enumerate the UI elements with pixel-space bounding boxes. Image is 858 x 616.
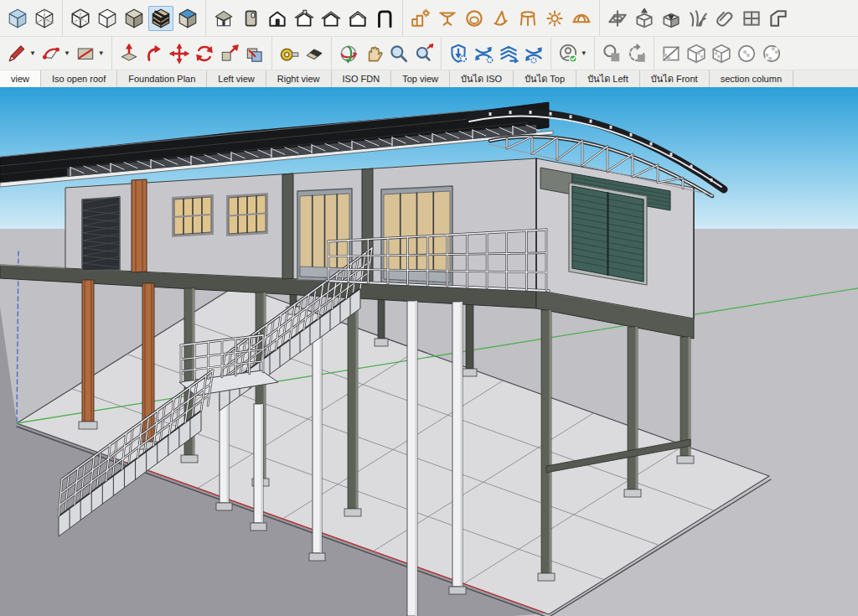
camera-group — [331, 37, 441, 70]
rotate-tool-icon[interactable] — [193, 42, 216, 65]
views-group — [205, 0, 402, 36]
scene-tab-iso-fdn[interactable]: ISO FDN — [332, 70, 392, 87]
clip-tool-icon[interactable] — [712, 6, 737, 31]
style-hidden-line-icon[interactable] — [95, 6, 120, 31]
style-shaded-icon[interactable] — [121, 6, 147, 31]
scene-tab-top-view[interactable]: Top view — [391, 70, 450, 87]
arc-tool-icon[interactable] — [39, 42, 63, 65]
toolbar-top — [0, 0, 858, 37]
style-group-b — [62, 0, 205, 36]
line-tool-icon[interactable] — [5, 42, 28, 65]
style-textured-icon[interactable] — [148, 6, 173, 31]
account-group: ▼ — [550, 37, 594, 70]
scene-tab-บันได-front[interactable]: บันได Front — [640, 70, 710, 87]
scene-tab-บันได-iso[interactable]: บันได ISO — [450, 70, 514, 87]
circle-checker-icon[interactable] — [760, 42, 783, 65]
orbit-icon[interactable] — [337, 42, 360, 65]
sketchup-window: ▼▼▼▼ viewIso open roofFoundation PlanLef… — [0, 0, 858, 616]
cube-checker-alt-icon[interactable] — [710, 42, 733, 65]
paste-rotate-icon[interactable] — [625, 42, 649, 65]
light-cone-icon[interactable] — [488, 6, 514, 31]
view-left-icon[interactable] — [318, 6, 344, 31]
push-pull-icon[interactable] — [117, 42, 141, 65]
view-iso-icon[interactable] — [211, 6, 236, 31]
draw-group: ▼▼▼ — [0, 37, 111, 70]
box-down-icon[interactable] — [659, 6, 684, 31]
shield-export-icon[interactable] — [447, 42, 470, 65]
zoom-extents-icon[interactable] — [412, 42, 436, 65]
scene-tab-บันได-top[interactable]: บันได Top — [514, 70, 576, 87]
shadow-sphere-icon[interactable] — [600, 42, 623, 65]
light-sun-icon[interactable] — [542, 6, 567, 31]
rectangle-tool-icon[interactable] — [74, 42, 97, 65]
swap-settings-icon[interactable] — [522, 42, 545, 65]
style-wireframe-icon[interactable] — [68, 6, 93, 31]
rectangle-tool-dropdown-caret[interactable]: ▼ — [98, 49, 105, 57]
extension-group — [599, 0, 796, 36]
scale-tool-icon[interactable] — [218, 42, 241, 65]
podium-icon[interactable] — [408, 6, 433, 31]
light-ring-icon[interactable] — [462, 6, 487, 31]
layers-export-icon[interactable] — [497, 42, 520, 65]
account-icon[interactable] — [556, 42, 580, 65]
line-tool-dropdown-caret[interactable]: ▼ — [29, 49, 36, 57]
view-top-icon[interactable] — [238, 6, 263, 31]
toolbar-tools: ▼▼▼▼ — [0, 37, 858, 70]
mesh-door — [82, 196, 120, 275]
scene-tab-บันได-left[interactable]: บันได Left — [576, 70, 640, 87]
scene-tab-iso-open-roof[interactable]: Iso open roof — [41, 70, 117, 87]
follow-me-icon[interactable] — [142, 42, 166, 65]
light-dome-icon[interactable] — [569, 6, 594, 31]
sphere-checker-icon[interactable] — [735, 42, 758, 65]
tape-measure-icon[interactable] — [277, 42, 301, 65]
move-tool-icon[interactable] — [168, 42, 191, 65]
eraser-icon[interactable] — [302, 42, 326, 65]
modify-group — [111, 37, 271, 70]
box-up-icon[interactable] — [632, 6, 657, 31]
scene-tab-bar: viewIso open roofFoundation PlanLeft vie… — [0, 70, 858, 87]
swap-gear-icon[interactable] — [472, 42, 495, 65]
offset-tool-icon[interactable] — [243, 42, 266, 65]
scene-tab-left-view[interactable]: Left view — [207, 70, 266, 87]
view-plan-icon[interactable] — [372, 6, 397, 31]
shadow-group — [594, 37, 654, 70]
measure-group — [271, 37, 331, 70]
corner-tool-icon[interactable] — [766, 6, 791, 31]
facestyle-plugin-group — [654, 37, 788, 70]
grass-tool-icon[interactable] — [685, 6, 711, 31]
pan-icon[interactable] — [362, 42, 385, 65]
light-table-icon[interactable] — [435, 6, 460, 31]
style-monochrome-icon[interactable] — [175, 6, 200, 31]
cube-checker-icon[interactable] — [685, 42, 708, 65]
viewport-3d-scene[interactable] — [0, 87, 858, 616]
scene-tab-foundation-plan[interactable]: Foundation Plan — [117, 70, 207, 87]
mirror-tool-icon[interactable] — [605, 6, 630, 31]
style-xray-icon[interactable] — [5, 6, 30, 31]
account-dropdown-caret[interactable]: ▼ — [581, 49, 587, 57]
scene-tab-right-view[interactable]: Right view — [266, 70, 332, 87]
scene-tab-view[interactable]: view — [0, 70, 41, 87]
view-right-icon[interactable] — [345, 6, 370, 31]
view-back-icon[interactable] — [292, 6, 317, 31]
model-canvas[interactable] — [0, 87, 858, 616]
light-stool-icon[interactable] — [515, 6, 540, 31]
view-front-icon[interactable] — [265, 6, 290, 31]
export-plugin-group — [441, 37, 550, 70]
style-back-edges-icon[interactable] — [32, 6, 57, 31]
zoom-icon[interactable] — [387, 42, 411, 65]
window-grid-icon[interactable] — [739, 6, 764, 31]
face-checker-icon[interactable] — [659, 42, 683, 65]
arc-tool-dropdown-caret[interactable]: ▼ — [64, 49, 70, 57]
scene-tab-section-column[interactable]: section column — [710, 70, 793, 87]
render-plugin-group — [402, 0, 599, 36]
style-group-a — [0, 0, 62, 36]
